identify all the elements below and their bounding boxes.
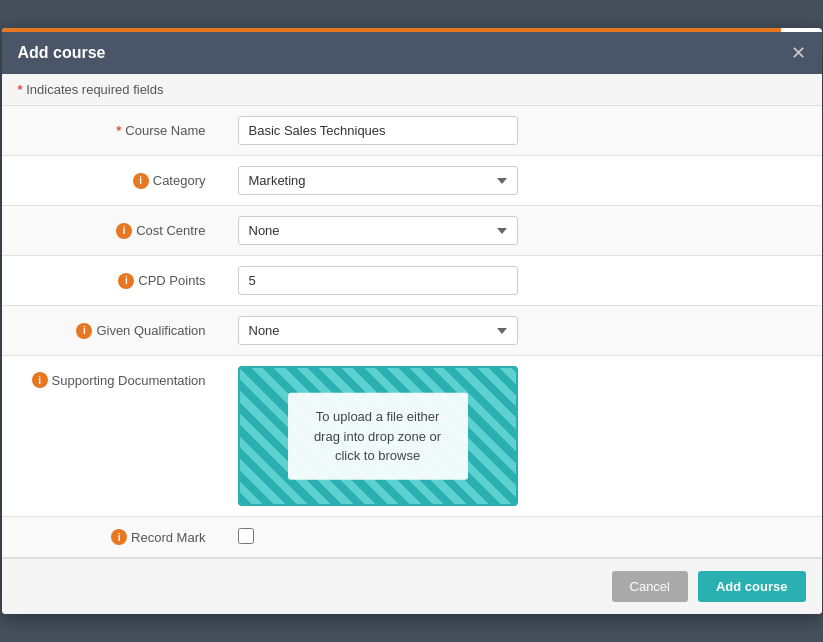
add-course-button[interactable]: Add course <box>698 571 806 602</box>
given-qualification-select[interactable]: None Certificate Diploma <box>238 316 518 345</box>
record-mark-label-cell: i Record Mark <box>2 517 222 557</box>
supporting-doc-input-cell: To upload a file either drag into drop z… <box>222 356 822 516</box>
record-mark-input-cell <box>222 518 822 557</box>
cost-centre-input-cell: None Department A Department B <box>222 206 822 255</box>
course-name-input-cell <box>222 106 822 155</box>
course-name-row: * Course Name <box>2 106 822 156</box>
supporting-doc-row: i Supporting Documentation To upload a f… <box>2 356 822 517</box>
given-qualification-input-cell: None Certificate Diploma <box>222 306 822 355</box>
drop-zone-text: To upload a file either drag into drop z… <box>288 393 468 480</box>
close-button[interactable]: ✕ <box>791 44 806 62</box>
cost-centre-label: Cost Centre <box>136 223 205 238</box>
required-notice: * Indicates required fields <box>2 74 822 106</box>
cost-centre-info-icon[interactable]: i <box>116 223 132 239</box>
cpd-points-info-icon[interactable]: i <box>118 273 134 289</box>
cpd-points-row: i CPD Points <box>2 256 822 306</box>
modal-title: Add course <box>18 44 106 62</box>
given-qualification-info-icon[interactable]: i <box>76 323 92 339</box>
modal-footer: Cancel Add course <box>2 558 822 614</box>
category-info-icon[interactable]: i <box>133 173 149 189</box>
required-star: * <box>18 82 23 97</box>
supporting-doc-info-icon[interactable]: i <box>32 372 48 388</box>
record-mark-label: Record Mark <box>131 530 205 545</box>
supporting-doc-label: Supporting Documentation <box>52 373 206 388</box>
record-mark-checkbox[interactable] <box>238 528 254 544</box>
given-qualification-label-cell: i Given Qualification <box>2 311 222 351</box>
category-label-cell: i Category <box>2 161 222 201</box>
supporting-doc-label-cell: i Supporting Documentation <box>2 356 222 400</box>
modal-overlay: Add course ✕ * Indicates required fields… <box>0 0 823 642</box>
cpd-points-input-cell <box>222 256 822 305</box>
record-mark-row: i Record Mark <box>2 517 822 558</box>
course-name-required: * <box>116 123 121 138</box>
cost-centre-row: i Cost Centre None Department A Departme… <box>2 206 822 256</box>
record-mark-info-icon[interactable]: i <box>111 529 127 545</box>
cost-centre-select[interactable]: None Department A Department B <box>238 216 518 245</box>
category-select[interactable]: Marketing Sales HR IT Finance <box>238 166 518 195</box>
category-input-cell: Marketing Sales HR IT Finance <box>222 156 822 205</box>
category-row: i Category Marketing Sales HR IT Finance <box>2 156 822 206</box>
cpd-points-label-cell: i CPD Points <box>2 261 222 301</box>
category-label: Category <box>153 173 206 188</box>
cancel-button[interactable]: Cancel <box>612 571 688 602</box>
given-qualification-label: Given Qualification <box>96 323 205 338</box>
add-course-modal: Add course ✕ * Indicates required fields… <box>2 28 822 614</box>
given-qualification-row: i Given Qualification None Certificate D… <box>2 306 822 356</box>
file-drop-zone[interactable]: To upload a file either drag into drop z… <box>238 366 518 506</box>
course-name-label-cell: * Course Name <box>2 111 222 150</box>
cpd-points-label: CPD Points <box>138 273 205 288</box>
modal-body: * Course Name i Category Marketing Sales <box>2 106 822 558</box>
modal-header: Add course ✕ <box>2 32 822 74</box>
cost-centre-label-cell: i Cost Centre <box>2 211 222 251</box>
course-name-input[interactable] <box>238 116 518 145</box>
cpd-points-input[interactable] <box>238 266 518 295</box>
course-name-label: Course Name <box>125 123 205 138</box>
